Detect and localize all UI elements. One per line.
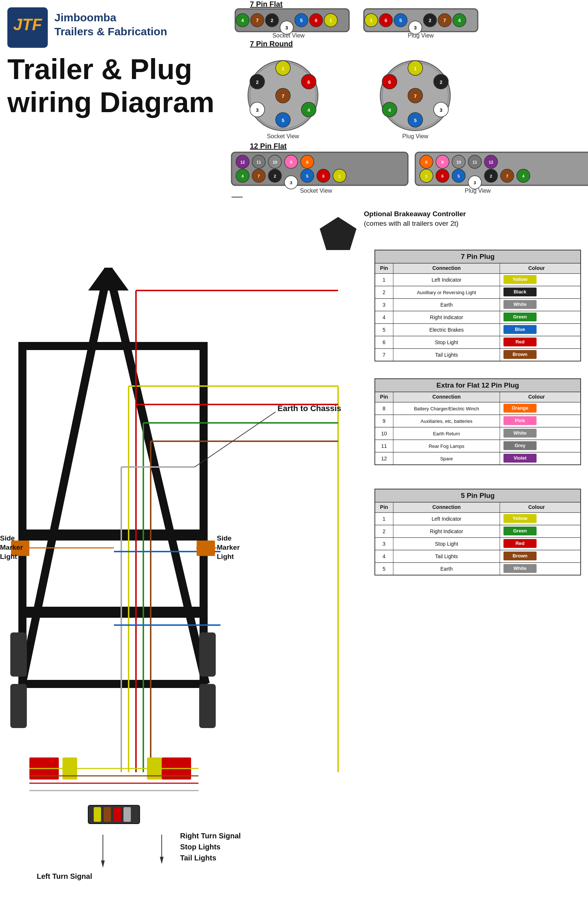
title-line1: Trailer & Plug — [7, 53, 192, 85]
pin7-1-conn: Left Indicator — [432, 277, 462, 283]
row5-3 — [375, 538, 581, 550]
svg-text:6: 6 — [441, 174, 444, 178]
svg-text:6: 6 — [307, 79, 310, 85]
svg-text:7: 7 — [258, 174, 260, 178]
pin7-6-color: Red — [515, 339, 525, 345]
row7-5 — [375, 324, 581, 336]
right-indicator-arrow — [160, 857, 163, 864]
pin7-7-num: 7 — [383, 352, 386, 358]
svg-text:8: 8 — [306, 160, 309, 164]
svg-text:2: 2 — [490, 174, 492, 178]
svg-text:7: 7 — [443, 18, 446, 23]
pin7-1-color: Yellow — [513, 277, 528, 282]
pin7-3-conn: Earth — [440, 302, 452, 308]
pin12-10-num: 10 — [381, 431, 387, 436]
th-connection5: Connection — [433, 504, 461, 510]
pin7-3-num: 3 — [383, 302, 386, 308]
plug-pin-y — [94, 807, 101, 822]
pin7-6-num: 6 — [383, 339, 386, 345]
svg-text:4: 4 — [307, 107, 310, 113]
side-marker-right-light — [197, 541, 215, 556]
svg-text:3: 3 — [474, 181, 476, 185]
pin7-4-num: 4 — [383, 314, 386, 320]
svg-text:7: 7 — [414, 93, 417, 99]
round7-plug-label: Plug View — [402, 133, 428, 139]
th-pin7: Pin — [380, 265, 388, 271]
wheel-well-left-bot — [10, 684, 27, 728]
trailer-lower-crossbar — [20, 607, 206, 618]
svg-text:5: 5 — [281, 118, 284, 123]
svg-text:9: 9 — [290, 160, 292, 164]
pin5-3-num: 3 — [383, 541, 386, 547]
pin5-5-conn: Earth — [440, 566, 452, 572]
company-name-line1: Jimboomba — [54, 11, 116, 24]
table7-title: 7 Pin Plug — [461, 253, 495, 260]
th-colour5: Colour — [528, 504, 545, 510]
pin5-5-color: White — [514, 565, 526, 571]
table5-title: 5 Pin Plug — [461, 492, 495, 499]
pin12-11-num: 11 — [381, 443, 387, 449]
side-marker-left-label: Side — [0, 534, 15, 542]
pin7-4-conn: Right Indicator — [430, 314, 464, 320]
svg-text:3: 3 — [414, 25, 417, 31]
svg-text:4: 4 — [388, 107, 391, 113]
plug-pin-br — [103, 807, 111, 822]
pin5-1-conn: Left Indicator — [432, 516, 462, 522]
brakeaway-pentagon — [320, 217, 357, 250]
table7-header — [375, 263, 581, 274]
pin12-12-num: 12 — [381, 455, 387, 462]
svg-text:12: 12 — [489, 160, 493, 164]
svg-text:1: 1 — [329, 18, 332, 23]
svg-text:1: 1 — [370, 18, 372, 23]
row5-1 — [375, 513, 581, 525]
pin12-12-conn: Spare — [440, 456, 453, 462]
svg-text:6: 6 — [315, 18, 317, 23]
svg-text:1: 1 — [338, 174, 341, 178]
pin12-12-color: Violet — [514, 455, 527, 461]
pin7-6-conn: Stop Light — [435, 339, 458, 345]
row12-11 — [375, 440, 581, 452]
side-marker-right-label2: Marker — [217, 543, 240, 551]
th-connection12: Connection — [433, 394, 461, 400]
pin7-3-color: White — [514, 301, 526, 307]
pin5-2-conn: Right Indicator — [430, 528, 464, 534]
left-turn-signal-label: Left Turn Signal — [37, 872, 92, 880]
row7-2 — [375, 286, 581, 298]
svg-text:4: 4 — [241, 18, 244, 23]
svg-text:6: 6 — [384, 18, 387, 23]
pin7-2-color: Black — [514, 289, 527, 295]
round7-socket-label: Socket View — [267, 133, 299, 139]
row12-12 — [375, 452, 581, 465]
wheel-well-right-top — [199, 632, 216, 677]
pin12-10-color: White — [514, 430, 526, 436]
svg-text:11: 11 — [257, 160, 261, 164]
pin12-9-num: 9 — [383, 418, 386, 424]
th-pin5: Pin — [380, 504, 388, 510]
tail-lights-label: Tail Lights — [180, 854, 216, 862]
pin5-3-color: Red — [515, 541, 525, 546]
row7-7 — [375, 348, 581, 361]
stop-lights-label: Stop Lights — [180, 843, 221, 851]
svg-text:2: 2 — [274, 174, 276, 178]
pin5-3-conn: Stop Light — [435, 541, 458, 547]
trailer-hitch — [88, 268, 129, 290]
flat12-socket-label: Socket View — [300, 188, 332, 194]
row12-10 — [375, 427, 581, 440]
svg-text:2: 2 — [270, 18, 273, 23]
table12-header — [375, 392, 581, 402]
logo-text: JTF — [13, 15, 42, 34]
main-diagram: JTF Jimboomba Trailers & Fabrication Tra… — [0, 0, 588, 920]
table12-title: Extra for Flat 12 Pin Plug — [436, 381, 519, 389]
pin12-11-conn: Rear Fog Lamps — [429, 444, 465, 449]
svg-text:4: 4 — [458, 18, 461, 23]
pin7-5-conn: Electric Brakes — [429, 327, 464, 333]
flat7-socket-label: Socket View — [272, 32, 305, 39]
pin12-8-num: 8 — [383, 406, 386, 411]
pin7-2-num: 2 — [383, 289, 386, 295]
trailer-right-rail — [108, 269, 206, 684]
table5-header — [375, 502, 581, 513]
row5-5 — [375, 563, 581, 575]
svg-text:8: 8 — [425, 160, 427, 164]
svg-text:11: 11 — [473, 160, 477, 164]
svg-text:3: 3 — [256, 107, 258, 113]
